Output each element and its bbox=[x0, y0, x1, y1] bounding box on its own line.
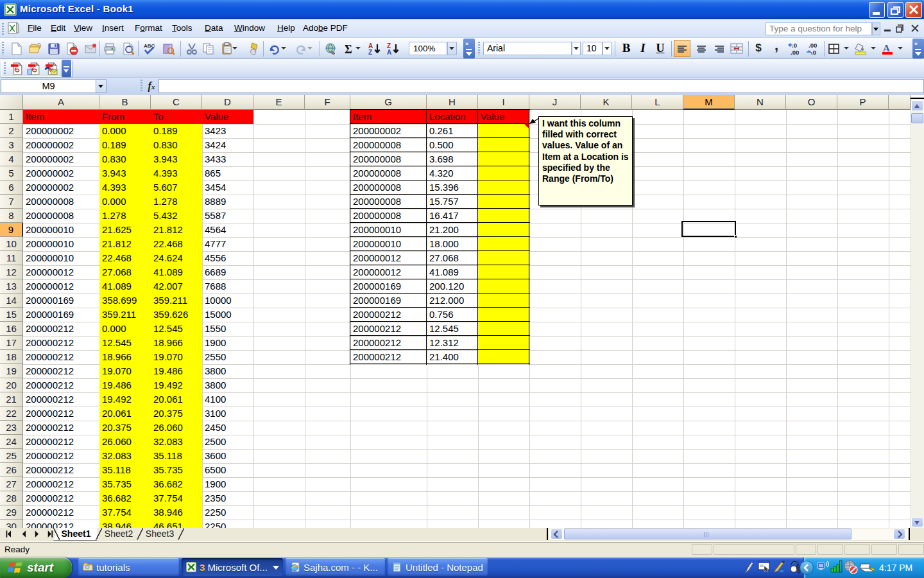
svg-text:.00: .00 bbox=[809, 42, 817, 49]
svg-text:A: A bbox=[387, 49, 391, 56]
svg-text:.0: .0 bbox=[811, 49, 816, 56]
svg-text:Z: Z bbox=[368, 49, 372, 56]
svg-text:.00: .00 bbox=[791, 49, 799, 56]
svg-text:A: A bbox=[883, 43, 890, 53]
svg-text:Σ: Σ bbox=[345, 43, 352, 56]
svg-text:.0: .0 bbox=[792, 42, 797, 49]
